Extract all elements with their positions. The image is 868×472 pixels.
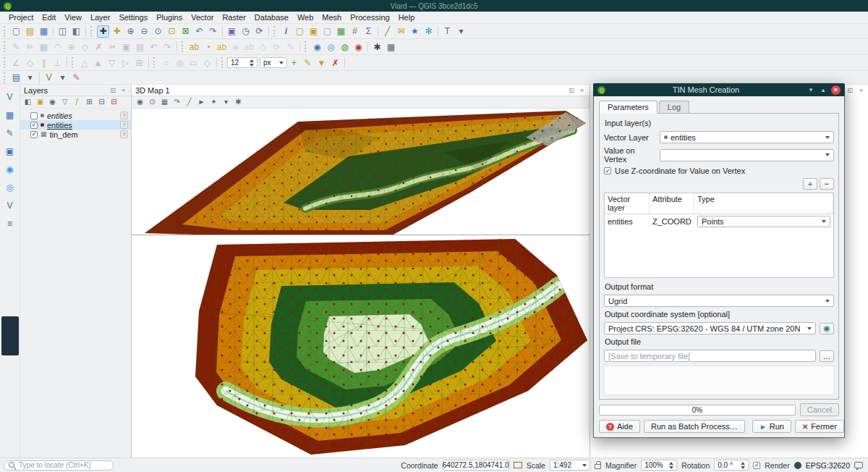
- shape-regular-polygon-icon[interactable]: ◇: [201, 56, 213, 69]
- save-image-icon[interactable]: ▦: [159, 97, 170, 108]
- style-copy-icon[interactable]: ✎: [70, 72, 82, 84]
- menu-database[interactable]: Database: [250, 12, 293, 24]
- open-attribute-table-icon[interactable]: ▦: [335, 25, 347, 38]
- current-edits-icon[interactable]: ✎: [10, 41, 22, 53]
- mesh-transform-icon[interactable]: ▷: [119, 56, 132, 69]
- menu-processing[interactable]: Processing: [346, 12, 393, 24]
- minimized-dark-panel[interactable]: [1, 316, 19, 355]
- shape-rectangle-icon[interactable]: ▭: [187, 56, 200, 69]
- toggle-editing-icon[interactable]: ✏: [24, 41, 36, 53]
- vertex-tool-icon[interactable]: ◇: [79, 41, 91, 53]
- messages-icon[interactable]: [854, 462, 863, 468]
- remove-layer-icon[interactable]: ⊟: [109, 97, 119, 108]
- pan-to-selection-icon[interactable]: ✚: [111, 25, 123, 38]
- checkerboard-icon[interactable]: ▦: [385, 41, 397, 53]
- processing-toolbox-icon[interactable]: ✻: [422, 25, 435, 38]
- zoom-full-icon[interactable]: ⊙: [152, 25, 164, 38]
- menu-mesh[interactable]: Mesh: [318, 12, 346, 24]
- collapse-all-icon[interactable]: ⊟: [96, 97, 107, 108]
- unit-dropdown[interactable]: px: [260, 57, 287, 68]
- rotation-spinbox[interactable]: 0.0 °: [714, 460, 749, 471]
- rotation-spin-arrows[interactable]: [741, 462, 745, 469]
- digitize-with-curve-icon[interactable]: ◠: [51, 41, 64, 53]
- map-theme-3d-caret[interactable]: ▾: [221, 97, 231, 108]
- layer-visibility-checkbox[interactable]: [30, 122, 38, 129]
- highlight-pinned-labels-icon[interactable]: ab: [216, 41, 228, 53]
- edit-annotation-icon[interactable]: ✎: [302, 56, 314, 69]
- map3d-canvas[interactable]: [132, 109, 590, 235]
- table-row[interactable]: entities Z_COORD Points: [605, 214, 833, 229]
- paste-features-icon[interactable]: ▤: [134, 41, 146, 53]
- tab-log[interactable]: Log: [659, 101, 689, 114]
- effects-icon[interactable]: ✦: [208, 97, 219, 108]
- select-crs-button[interactable]: ◉: [820, 323, 834, 334]
- layers-panel-close-icon[interactable]: ×: [119, 86, 127, 94]
- options-3d-icon[interactable]: ✱: [233, 97, 244, 108]
- tracing-icon[interactable]: ◉: [352, 41, 365, 53]
- pin-unpin-labels-icon[interactable]: ◈: [229, 41, 242, 53]
- text-annotation-icon[interactable]: T: [441, 25, 454, 38]
- new-project-icon[interactable]: ▢: [10, 25, 22, 38]
- menu-plugins[interactable]: Plugins: [152, 12, 187, 24]
- layer-row-entities[interactable]: entities ?: [20, 120, 131, 130]
- value-on-vertex-combobox[interactable]: [660, 149, 834, 161]
- close-button[interactable]: ✕ Fermer: [795, 420, 844, 433]
- preview-mode-icon[interactable]: ◉: [311, 41, 323, 53]
- zoom-to-layer-icon[interactable]: ⊠: [179, 25, 192, 38]
- zoom-full-3d-icon[interactable]: ⊙: [147, 97, 158, 108]
- map-tips-icon[interactable]: ✉: [395, 25, 407, 38]
- construction-mode-icon[interactable]: ◇: [24, 56, 36, 69]
- locate-search-input[interactable]: Type to locate (Ctrl+K): [4, 460, 114, 471]
- layer-order-panel-icon[interactable]: ≡: [4, 217, 16, 229]
- crs-status-button[interactable]: EPSG:32620: [806, 461, 850, 470]
- new-3d-map-icon[interactable]: ▣: [226, 25, 238, 38]
- dialog-shade-icon[interactable]: ▴: [819, 86, 827, 93]
- copy-features-icon[interactable]: ▣: [120, 41, 132, 53]
- magnifier-spin-arrows[interactable]: [669, 462, 673, 469]
- move-label-icon[interactable]: ◇: [257, 41, 269, 53]
- new-print-layout-icon[interactable]: ◫: [56, 25, 69, 38]
- menu-raster[interactable]: Raster: [218, 12, 250, 24]
- mesh-select-polygon-icon[interactable]: ▽: [106, 56, 118, 69]
- add-annotation-icon[interactable]: +: [288, 56, 300, 69]
- add-feature-icon[interactable]: ⊕: [65, 41, 77, 53]
- vector-layer-combobox[interactable]: entities: [660, 131, 834, 143]
- zoom-last-icon[interactable]: ↶: [193, 25, 205, 38]
- zoom-to-selection-icon[interactable]: ⊡: [166, 25, 178, 38]
- measure-3d-icon[interactable]: ╱: [184, 97, 195, 108]
- annotation-dropdown-caret[interactable]: ▾: [455, 25, 467, 38]
- run-button[interactable]: ► Run: [752, 420, 791, 433]
- font-size-spin-arrows[interactable]: [250, 59, 254, 67]
- use-z-checkbox[interactable]: [604, 167, 611, 174]
- menu-vector[interactable]: Vector: [187, 12, 218, 24]
- cancel-button[interactable]: Cancel: [800, 403, 839, 416]
- refresh-map-icon[interactable]: ⟳: [253, 25, 265, 38]
- dialog-menu-caret-icon[interactable]: ▾: [807, 86, 815, 93]
- digitize-shape-icon[interactable]: ✎: [4, 127, 16, 139]
- manage-map-themes-icon[interactable]: ◉: [47, 97, 58, 108]
- save-project-icon[interactable]: ▦: [38, 25, 50, 38]
- cut-features-icon[interactable]: ✂: [106, 41, 119, 53]
- map-theme-icon[interactable]: ◎: [325, 41, 337, 53]
- render-checkbox[interactable]: [753, 462, 760, 469]
- new-bookmark-icon[interactable]: ★: [409, 25, 421, 38]
- map3d-close-icon[interactable]: ×: [578, 86, 586, 94]
- output-file-input[interactable]: [604, 350, 816, 362]
- add-group-icon[interactable]: ▣: [35, 97, 46, 108]
- layer-row-tin-dem[interactable]: ▦ tin_dem ?: [20, 130, 131, 139]
- layer-row-entities-hidden[interactable]: entities ?: [20, 111, 131, 120]
- mesh-reindex-icon[interactable]: ⊞: [133, 56, 145, 69]
- new-layer-caret[interactable]: ▾: [56, 72, 69, 84]
- right-dock-float-icon[interactable]: ◱: [846, 86, 854, 94]
- export-3d-icon[interactable]: ↷: [171, 97, 182, 108]
- animation-icon[interactable]: ►: [196, 97, 207, 108]
- menu-layer[interactable]: Layer: [86, 12, 115, 24]
- pan-map-icon[interactable]: ✚: [97, 25, 109, 38]
- zoom-next-icon[interactable]: ↷: [207, 25, 219, 38]
- select-features-icon[interactable]: ▢: [294, 25, 306, 38]
- undo-icon[interactable]: ↶: [148, 41, 160, 53]
- menu-project[interactable]: Project: [4, 12, 38, 24]
- tab-parameters[interactable]: Parameters: [599, 101, 658, 114]
- output-crs-combobox[interactable]: Project CRS: EPSG:32620 - WGS 84 / UTM z…: [604, 322, 816, 334]
- delete-annotation-icon[interactable]: ✗: [329, 56, 341, 69]
